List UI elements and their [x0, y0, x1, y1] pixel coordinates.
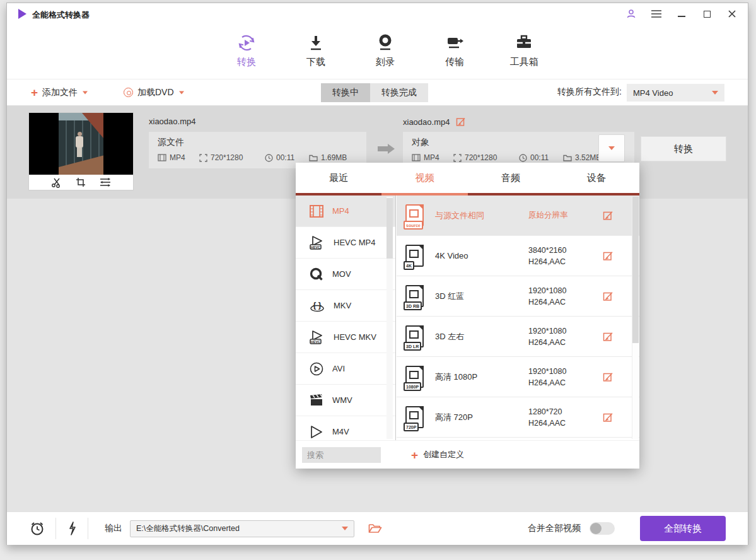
- tab-converting[interactable]: 转换中: [321, 83, 370, 102]
- preset-row-1080p[interactable]: 1080P 高清 1080P 1920*1080H264,AAC: [397, 357, 639, 397]
- video-preset-icon: 720P: [405, 406, 424, 428]
- tab-video[interactable]: 视频: [381, 163, 467, 193]
- chevron-down-icon: [83, 91, 88, 94]
- preset-row-4k[interactable]: 4K 4K Video 3840*2160H264,AAC: [397, 236, 639, 276]
- dvd-icon: [124, 88, 133, 97]
- open-folder-icon[interactable]: [368, 523, 382, 534]
- toolbar: + 添加文件 加载DVD 转换中 转换完成 转换所有文件到: MP4 Video: [7, 79, 748, 106]
- tab-convert[interactable]: 转换: [223, 32, 270, 79]
- preset-list-scrollbar[interactable]: [632, 197, 639, 439]
- clock-icon: [519, 154, 527, 162]
- video-preset-icon: 1080P: [405, 366, 424, 388]
- format-item-m4v[interactable]: M4V: [296, 416, 395, 440]
- add-file-button[interactable]: + 添加文件: [31, 79, 88, 105]
- format-picker-tabs: 最近 视频 音频 设备: [296, 163, 639, 193]
- source-preset-icon: source: [405, 204, 424, 226]
- edit-icon[interactable]: [603, 371, 614, 382]
- schedule-icon[interactable]: [29, 520, 45, 537]
- create-custom-button[interactable]: + 创建自定义: [411, 449, 464, 461]
- chevron-down-icon: [342, 527, 348, 530]
- app-logo-icon: [18, 9, 26, 19]
- trim-icon[interactable]: [51, 177, 62, 188]
- video-preset-icon: 3D RB: [405, 285, 424, 307]
- load-dvd-button[interactable]: 加载DVD: [124, 79, 185, 105]
- hevc-play-icon: HEVC: [309, 330, 325, 345]
- quicktime-icon: [309, 267, 324, 282]
- app-window: 全能格式转换器 转换: [6, 3, 748, 545]
- search-input[interactable]: [302, 447, 381, 463]
- effects-icon[interactable]: [100, 177, 111, 187]
- rename-icon[interactable]: [456, 117, 466, 127]
- film-icon: [412, 154, 421, 161]
- menu-icon[interactable]: [649, 7, 663, 21]
- edit-icon[interactable]: [603, 250, 614, 261]
- convert-button[interactable]: 转换: [641, 136, 726, 161]
- arrow-right-icon: [378, 144, 395, 154]
- format-item-mkv[interactable]: { } MKV: [296, 290, 395, 322]
- tab-recent[interactable]: 最近: [296, 163, 381, 193]
- output-format-select[interactable]: MP4 Video: [627, 84, 724, 102]
- source-title: 源文件: [158, 137, 358, 148]
- format-dropdown-button[interactable]: [598, 134, 625, 162]
- preset-row-720p[interactable]: 720P 高清 720P 1280*720H264,AAC: [397, 397, 639, 438]
- preset-row-3d-lr[interactable]: 3D LR 3D 左右 1920*1080H264,AAC: [397, 317, 639, 357]
- source-resolution: 720*1280: [199, 153, 265, 162]
- convert-all-button[interactable]: 全部转换: [640, 516, 726, 541]
- preset-row-source[interactable]: source 与源文件相同 原始分辨率: [397, 195, 639, 236]
- tab-burn[interactable]: 刻录: [361, 32, 409, 79]
- download-icon: [306, 32, 325, 54]
- account-icon[interactable]: [624, 7, 638, 21]
- resolution-icon: [199, 154, 207, 162]
- chevron-down-icon: [712, 91, 718, 95]
- target-title: 对象: [412, 137, 625, 148]
- format-item-wmv[interactable]: WMV: [296, 385, 395, 416]
- format-item-mov[interactable]: MOV: [296, 259, 395, 290]
- format-list: MP4 HEVC HEVC MP4 MOV { } MKV HEVC HEVC …: [296, 195, 396, 440]
- edit-icon[interactable]: [603, 412, 614, 423]
- close-button[interactable]: [725, 7, 739, 21]
- clock-icon: [265, 154, 273, 162]
- film-icon: [309, 204, 324, 218]
- convert-all-to-label: 转换所有文件到:: [557, 86, 622, 98]
- minimize-button[interactable]: [675, 7, 689, 21]
- format-list-scrollbar[interactable]: [387, 197, 393, 439]
- title-bar: 全能格式转换器: [7, 3, 748, 26]
- maximize-button[interactable]: [700, 7, 714, 21]
- tab-toolbox[interactable]: 工具箱: [500, 32, 548, 79]
- output-path-select[interactable]: E:\全能格式转换器\Converted: [130, 520, 354, 537]
- format-item-avi[interactable]: AVI: [296, 353, 395, 385]
- format-picker-popup: 最近 视频 音频 设备 MP4 HEVC HEVC MP4 MOV: [296, 163, 639, 469]
- target-resolution: 720*1280: [453, 153, 519, 162]
- format-item-mp4[interactable]: MP4: [296, 195, 395, 227]
- format-item-hevc-mp4[interactable]: HEVC HEVC MP4: [296, 227, 395, 259]
- tab-converted[interactable]: 转换完成: [370, 83, 428, 102]
- high-speed-icon[interactable]: [66, 520, 78, 537]
- tab-download[interactable]: 下载: [292, 32, 340, 79]
- output-label: 输出: [105, 523, 122, 534]
- source-format: MP4: [158, 153, 199, 162]
- merge-toggle[interactable]: [590, 522, 615, 535]
- preset-list: source 与源文件相同 原始分辨率 4K 4K Video 3840*216…: [397, 195, 639, 440]
- merge-all-label: 合并全部视频: [528, 523, 581, 534]
- clapperboard-icon: [309, 394, 324, 407]
- tab-audio[interactable]: 音频: [468, 163, 554, 193]
- burn-icon: [376, 32, 395, 54]
- tab-transfer[interactable]: 传输: [431, 32, 479, 79]
- crop-icon[interactable]: [76, 177, 86, 187]
- preset-row-3d-rb[interactable]: 3D RB 3D 红蓝 1920*1080H264,AAC: [397, 276, 639, 317]
- matroska-icon: { }: [309, 298, 325, 313]
- film-icon: [158, 154, 166, 161]
- thumbnail-image: [29, 113, 133, 175]
- target-format: MP4: [412, 153, 453, 162]
- folder-icon: [309, 154, 318, 161]
- popup-footer: + 创建自定义: [296, 440, 639, 469]
- bottom-bar: 输出 E:\全能格式转换器\Converted 合并全部视频 全部转换: [7, 511, 748, 545]
- edit-icon[interactable]: [603, 291, 614, 301]
- folder-icon: [563, 154, 572, 161]
- video-thumbnail[interactable]: [29, 113, 133, 190]
- format-item-hevc-mkv[interactable]: HEVC HEVC MKV: [296, 322, 395, 353]
- toolbox-icon: [514, 32, 534, 54]
- edit-icon[interactable]: [603, 331, 614, 342]
- tab-device[interactable]: 设备: [554, 163, 639, 193]
- edit-icon[interactable]: [603, 210, 614, 221]
